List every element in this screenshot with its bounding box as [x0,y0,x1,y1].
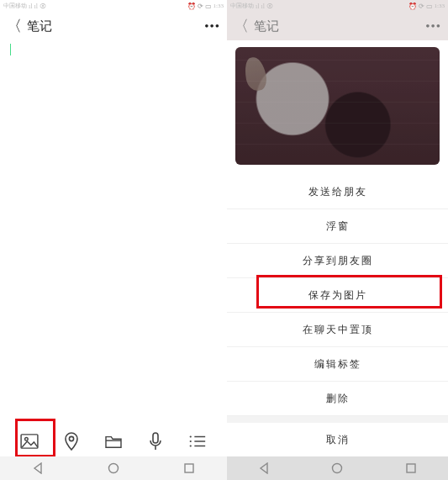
nav-back-icon[interactable] [258,462,270,474]
svg-point-2 [69,436,73,440]
more-icon[interactable]: ••• [204,19,220,34]
sheet-gap [227,416,448,423]
svg-point-10 [109,464,119,473]
system-nav [227,456,448,480]
nav-home-icon[interactable] [331,462,343,474]
alarm-icon: ⏰ [408,3,417,10]
sheet-cancel-label: 取消 [326,433,350,447]
status-bar: 中国移动 ıl ıl ⦿ ⏰ ⟳ ▭ 1:33 [227,0,448,12]
header-title: 笔记 [254,18,279,34]
sheet-item-label: 保存为图片 [308,288,367,303]
nav-recent-icon[interactable] [405,462,417,474]
svg-point-6 [190,445,192,446]
location-icon[interactable] [58,428,85,455]
system-nav [0,456,227,480]
nav-back-icon[interactable] [32,462,44,474]
alarm-icon: ⏰ [187,3,196,10]
sheet-delete[interactable]: 删除 [227,382,448,416]
image-icon[interactable] [16,428,43,455]
status-bar: 中国移动 ıl ıl ⦿ ⏰ ⟳ ▭ 1:33 [0,0,227,12]
sheet-cancel[interactable]: 取消 [227,423,448,456]
phone-left: 中国移动 ıl ıl ⦿ ⏰ ⟳ ▭ 1:33 〈 笔记 ••• [0,0,227,480]
battery-icon: ▭ [205,3,212,10]
sheet-item-label: 删除 [326,392,350,406]
sync-icon: ⟳ [198,3,203,10]
mic-icon[interactable] [142,428,169,455]
dim-overlay [235,47,440,165]
sheet-pin-chat[interactable]: 在聊天中置顶 [227,313,448,347]
sheet-item-label: 编辑标签 [314,357,361,372]
svg-rect-13 [407,464,415,472]
more-icon[interactable]: ••• [425,19,441,34]
phone-right: 中国移动 ıl ıl ⦿ ⏰ ⟳ ▭ 1:33 〈 笔记 ••• 发送给朋友 浮… [227,0,448,480]
svg-rect-3 [153,433,158,443]
carrier-text: 中国移动 [3,2,27,10]
sheet-item-label: 浮窗 [326,219,350,234]
sheet-share-moments[interactable]: 分享到朋友圈 [227,244,448,278]
sheet-item-label: 在聊天中置顶 [303,323,373,337]
svg-point-4 [190,435,192,437]
action-sheet: 发送给朋友 浮窗 分享到朋友圈 保存为图片 在聊天中置顶 编辑标签 删除 取消 [227,175,448,456]
text-cursor [10,44,11,55]
back-icon[interactable]: 〈 [7,16,22,36]
header: 〈 笔记 ••• [227,12,448,40]
battery-icon: ▭ [426,3,433,10]
svg-point-1 [25,438,29,441]
sheet-item-label: 分享到朋友圈 [303,254,373,268]
signal-icon: ıl ıl [256,3,265,10]
folder-icon[interactable] [100,428,127,455]
svg-rect-11 [185,464,193,472]
sheet-item-label: 发送给朋友 [308,185,367,199]
signal-icon: ıl ıl [29,3,38,10]
sheet-send-friend[interactable]: 发送给朋友 [227,175,448,209]
sheet-float-window[interactable]: 浮窗 [227,209,448,244]
sync-icon: ⟳ [419,3,424,10]
editor-toolbar [0,426,227,456]
header: 〈 笔记 ••• [0,12,227,40]
time-text: 1:33 [213,3,224,9]
sheet-save-image[interactable]: 保存为图片 [227,278,448,313]
carrier-text: 中国移动 [230,2,254,10]
list-icon[interactable] [184,428,211,455]
note-image[interactable] [235,47,440,165]
sheet-edit-tag[interactable]: 编辑标签 [227,347,448,382]
back-icon[interactable]: 〈 [234,16,249,36]
note-editor[interactable] [0,40,227,444]
nav-recent-icon[interactable] [183,462,195,474]
header-title: 笔记 [27,18,52,34]
nav-home-icon[interactable] [108,462,119,474]
svg-point-12 [333,464,342,473]
wifi-icon: ⦿ [40,3,46,10]
svg-point-5 [190,440,192,442]
time-text: 1:33 [435,3,445,9]
wifi-icon: ⦿ [266,3,273,10]
